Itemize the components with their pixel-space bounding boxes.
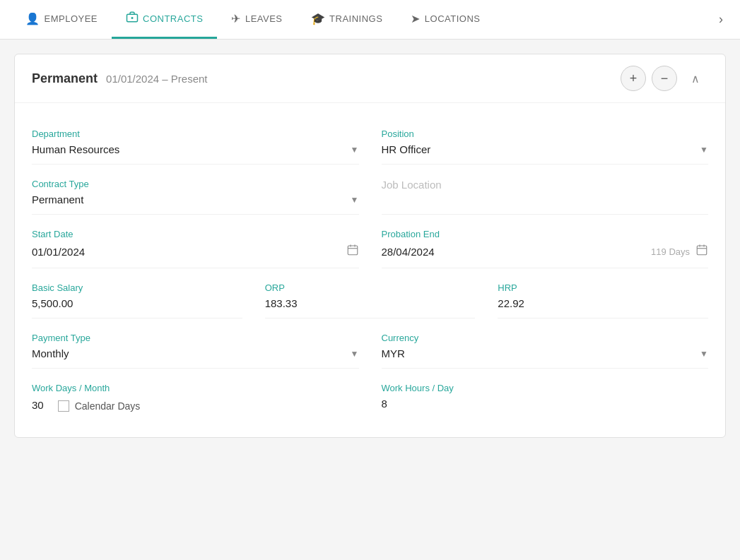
start-date-group: Start Date 01/01/2024 [32, 220, 359, 268]
probation-end-label: Probation End [382, 229, 709, 239]
start-date-calendar-icon [346, 244, 359, 259]
remove-contract-button[interactable]: − [652, 66, 677, 91]
trainings-icon: 🎓 [311, 12, 326, 25]
tab-contracts[interactable]: CONTRACTS [112, 0, 217, 39]
basic-salary-group: Basic Salary 5,500.00 [32, 274, 242, 318]
contract-type-label: Contract Type [32, 179, 359, 189]
calendar-days-checkbox-wrapper[interactable]: Calendar Days [58, 400, 141, 412]
start-date-field[interactable]: 01/01/2024 [32, 244, 359, 259]
work-days-value: 30 [32, 399, 44, 411]
tab-contracts-label: CONTRACTS [143, 13, 203, 24]
job-location-select[interactable]: Job Location [382, 179, 709, 191]
add-contract-button[interactable]: + [621, 66, 646, 91]
salary-row: Basic Salary 5,500.00 ORP 183.33 HRP 22.… [32, 274, 708, 318]
department-group: Department Human Resources ▼ [32, 120, 359, 165]
hrp-label: HRP [498, 282, 708, 293]
start-date-label: Start Date [32, 229, 359, 239]
currency-value: MYR [382, 347, 405, 359]
contract-type-select[interactable]: Permanent ▼ [32, 193, 359, 205]
contract-title: Permanent [32, 71, 98, 86]
work-days-group: Work Days / Month 30 Calendar Days [32, 374, 359, 420]
position-select[interactable]: HR Officer ▼ [382, 143, 709, 155]
tab-trainings-label: TRAININGS [329, 13, 382, 24]
calendar-days-label: Calendar Days [75, 400, 141, 412]
department-label: Department [32, 129, 359, 139]
orp-group: ORP 183.33 [265, 274, 476, 318]
payment-type-select[interactable]: Monthly ▼ [32, 347, 359, 359]
card-header: Permanent 01/01/2024 – Present + − ∧ [15, 54, 725, 103]
work-hours-value: 8 [382, 398, 709, 410]
position-label: Position [382, 129, 709, 139]
department-select[interactable]: Human Resources ▼ [32, 143, 359, 155]
orp-label: ORP [265, 282, 476, 293]
start-date-value: 01/01/2024 [32, 246, 85, 258]
work-hours-label: Work Hours / Day [382, 383, 709, 393]
tab-trainings[interactable]: 🎓 TRAININGS [297, 0, 397, 39]
work-row: Work Days / Month 30 Calendar Days Work … [32, 374, 708, 420]
probation-days-badge: 119 Days [651, 246, 690, 257]
contract-dates: 01/01/2024 – Present [106, 73, 207, 85]
payment-type-value: Monthly [32, 347, 69, 359]
job-location-group: Job Location [382, 170, 709, 215]
job-location-placeholder: Job Location [382, 179, 442, 191]
basic-salary-label: Basic Salary [32, 282, 242, 293]
probation-end-group: Probation End 28/04/2024 119 Days [382, 220, 709, 268]
position-value: HR Officer [382, 143, 431, 155]
contract-card: Permanent 01/01/2024 – Present + − ∧ Dep… [14, 54, 726, 438]
collapse-button[interactable]: ∧ [683, 66, 708, 91]
hrp-value: 22.92 [498, 297, 708, 309]
tab-locations[interactable]: ➤ LOCATIONS [397, 0, 494, 39]
department-arrow-icon: ▼ [351, 145, 359, 155]
payment-type-label: Payment Type [32, 333, 359, 343]
card-body: Department Human Resources ▼ Position HR… [15, 103, 725, 437]
currency-arrow-icon: ▼ [700, 349, 708, 359]
contract-type-arrow-icon: ▼ [351, 195, 359, 205]
tab-leaves[interactable]: ✈ LEAVES [217, 0, 296, 39]
contract-type-location-row: Contract Type Permanent ▼ Job Location [32, 170, 708, 215]
employee-icon: 👤 [25, 12, 40, 25]
work-hours-group: Work Hours / Day 8 [382, 374, 709, 420]
contract-type-group: Contract Type Permanent ▼ [32, 170, 359, 215]
svg-rect-3 [348, 246, 358, 255]
probation-end-field[interactable]: 28/04/2024 119 Days [382, 244, 709, 259]
payment-type-group: Payment Type Monthly ▼ [32, 324, 359, 369]
basic-salary-value: 5,500.00 [32, 297, 242, 309]
leaves-icon: ✈ [231, 12, 241, 25]
probation-calendar-icon [695, 244, 708, 259]
main-content: Permanent 01/01/2024 – Present + − ∧ Dep… [0, 40, 740, 452]
nav-more-button[interactable]: › [713, 12, 729, 27]
payment-type-arrow-icon: ▼ [351, 349, 359, 359]
currency-group: Currency MYR ▼ [382, 324, 709, 369]
department-position-row: Department Human Resources ▼ Position HR… [32, 120, 708, 165]
probation-end-value: 28/04/2024 [382, 246, 435, 258]
locations-icon: ➤ [411, 12, 421, 25]
svg-rect-7 [697, 246, 707, 255]
header-actions: + − ∧ [621, 66, 708, 91]
payment-currency-row: Payment Type Monthly ▼ Currency MYR ▼ [32, 324, 708, 369]
contracts-icon [126, 11, 139, 26]
orp-value: 183.33 [265, 297, 476, 309]
department-value: Human Resources [32, 143, 119, 155]
calendar-days-checkbox[interactable] [58, 400, 69, 412]
currency-select[interactable]: MYR ▼ [382, 347, 709, 359]
position-group: Position HR Officer ▼ [382, 120, 709, 165]
contract-type-value: Permanent [32, 193, 83, 205]
nav-tabs: 👤 EMPLOYEE CONTRACTS ✈ LEAVES 🎓 TRAINING… [0, 0, 740, 40]
currency-label: Currency [382, 333, 709, 343]
position-arrow-icon: ▼ [700, 145, 708, 155]
tab-locations-label: LOCATIONS [425, 13, 481, 24]
tab-employee-label: EMPLOYEE [45, 13, 98, 24]
hrp-group: HRP 22.92 [498, 274, 708, 318]
tab-leaves-label: LEAVES [245, 13, 283, 24]
chevron-up-icon: ∧ [691, 72, 700, 85]
dates-row: Start Date 01/01/2024 [32, 220, 708, 268]
work-days-label: Work Days / Month [32, 383, 359, 393]
tab-employee[interactable]: 👤 EMPLOYEE [11, 0, 112, 39]
